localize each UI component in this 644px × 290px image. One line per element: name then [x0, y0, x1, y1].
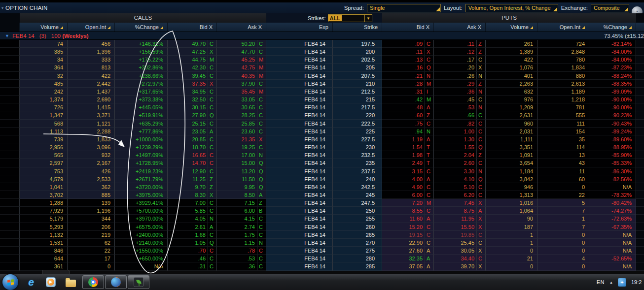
put-volume-cell[interactable]: 0 [486, 247, 537, 255]
put-bid-cell[interactable]: .60Z [382, 111, 434, 119]
option-row-255[interactable]: 5,179344+3970.00%4.05N4.15CFEB4 1425511.… [0, 215, 644, 223]
column-header-puts-bidx[interactable]: Bid X [382, 23, 434, 32]
call-bid-cell[interactable]: 30.15C [168, 103, 217, 111]
put-ask-cell[interactable]: 1.30C [434, 135, 486, 143]
call-open-interest-cell[interactable]: 1,121 [68, 120, 115, 128]
put-ask-cell[interactable]: 39.70X [434, 262, 486, 270]
column-header-calls-openint[interactable]: Open.Int [68, 23, 115, 32]
strike-cell[interactable]: 220 [333, 111, 382, 119]
call-bid-cell[interactable]: 9.70Z [168, 183, 217, 191]
column-header-calls-bidx[interactable]: Bid X [168, 23, 217, 32]
put-open-interest-cell[interactable]: 35 [537, 135, 589, 143]
put-open-interest-cell[interactable]: 781 [537, 103, 589, 111]
start-button[interactable] [2, 274, 18, 290]
expiration-cell[interactable]: FEB4 14 [266, 199, 333, 207]
call-open-interest-cell[interactable]: 22 [68, 247, 115, 255]
column-header-middle-strike[interactable]: Strike [333, 23, 382, 32]
put-ask-cell[interactable]: .26N [434, 72, 486, 80]
option-row-217.5[interactable]: 7261,415+445.05%30.15C30.65CFEB4 14217.5… [0, 103, 644, 111]
option-row-207.5[interactable]: 32422+238.66%39.45C40.35MFEB4 14207.5.21… [0, 72, 644, 80]
call-open-interest-cell[interactable]: 1,196 [68, 207, 115, 215]
expiration-cell[interactable]: FEB4 14 [266, 111, 333, 119]
layout-dropdown[interactable]: Volume, Open Interest, % Change [465, 4, 558, 12]
column-header-puts-change[interactable]: %Change [589, 23, 636, 32]
put-open-interest-cell[interactable]: 724 [537, 40, 589, 48]
call-ask-cell[interactable]: 47.70C [217, 48, 266, 56]
expiration-cell[interactable]: FEB4 14 [266, 64, 333, 71]
call-volume-cell[interactable]: 7,929 [20, 207, 68, 215]
put-bid-cell[interactable]: .48A [382, 103, 434, 111]
call-percent-change-cell[interactable]: +1000.00% [115, 135, 168, 143]
call-ask-cell[interactable]: 42.75M [217, 64, 266, 71]
call-ask-cell[interactable]: 8.50A [217, 191, 266, 199]
put-bid-cell[interactable]: .31I [382, 88, 434, 96]
put-volume-cell[interactable]: 21 [486, 255, 537, 262]
call-volume-cell[interactable]: 3,702 [20, 191, 68, 199]
put-bid-cell[interactable]: .13C [382, 56, 434, 64]
call-open-interest-cell[interactable]: 206 [68, 223, 115, 231]
call-volume-cell[interactable]: 4,579 [20, 175, 68, 183]
put-open-interest-cell[interactable]: 0 [537, 239, 589, 247]
put-bid-cell[interactable]: 37.05A [382, 262, 434, 270]
strike-cell[interactable]: 202.5 [333, 56, 382, 64]
call-percent-change-cell[interactable]: +146.31% [115, 40, 168, 48]
call-ask-cell[interactable]: .78C [217, 247, 266, 255]
option-row-247.5[interactable]: 1,288139+3929.41%7.00C7.15ZFEB4 14247.57… [0, 199, 644, 207]
put-bid-cell[interactable]: 1.19A [382, 135, 434, 143]
call-ask-cell[interactable]: 7.15Z [217, 199, 266, 207]
call-ask-cell[interactable]: .53C [217, 255, 266, 262]
option-row-285[interactable]: 3610N/A.31C.36CFEB4 1428537.05A39.70X00N… [0, 262, 644, 270]
call-ask-cell[interactable]: 17.00N [217, 151, 266, 159]
put-percent-change-cell[interactable]: -72.63% [589, 215, 636, 223]
expiration-cell[interactable]: FEB4 14 [266, 151, 333, 159]
put-bid-cell[interactable]: .28M [382, 80, 434, 88]
put-volume-cell[interactable]: 1 [486, 231, 537, 239]
put-volume-cell[interactable]: 2,031 [486, 128, 537, 135]
strike-cell[interactable]: 250 [333, 207, 382, 215]
strike-cell[interactable]: 255 [333, 215, 382, 223]
put-bid-cell[interactable]: 1.98T [382, 151, 434, 159]
call-percent-change-cell[interactable]: +3970.00% [115, 215, 168, 223]
put-volume-cell[interactable]: 90 [486, 215, 537, 223]
call-open-interest-cell[interactable]: 2,288 [68, 128, 115, 135]
call-volume-cell[interactable]: 242 [20, 88, 68, 96]
option-row-220[interactable]: 1,3473,371+519.91%27.90Q28.25CFEB4 14220… [0, 111, 644, 119]
put-volume-cell[interactable]: 1,389 [486, 48, 537, 56]
put-volume-cell[interactable]: 401 [486, 72, 537, 80]
put-volume-cell[interactable]: 1,076 [486, 64, 537, 71]
put-bid-cell[interactable]: 7.20M [382, 199, 434, 207]
put-percent-change-cell[interactable]: -90.00% [589, 103, 636, 111]
option-row-230[interactable]: 2,9563,096+1239.29%18.70C19.25CFEB4 1423… [0, 143, 644, 151]
call-volume-cell[interactable]: 1,132 [20, 231, 68, 239]
expiry-group-row[interactable]: ▼ FEB4 14 (3) 100 (Weeklys) 73.45% (±15.… [0, 32, 644, 40]
call-percent-change-cell[interactable]: +1550.00% [115, 247, 168, 255]
put-bid-cell[interactable]: .09C [382, 40, 434, 48]
call-open-interest-cell[interactable]: 426 [68, 167, 115, 175]
put-volume-cell[interactable]: 0 [486, 262, 537, 270]
exchange-dropdown[interactable]: Composite [591, 4, 629, 12]
call-bid-cell[interactable]: .70C [168, 247, 217, 255]
column-header-calls-volume[interactable]: Volume [20, 23, 68, 32]
call-bid-cell[interactable]: 25.15C [168, 120, 217, 128]
call-percent-change-cell[interactable]: +317.65% [115, 88, 168, 96]
call-open-interest-cell[interactable]: 2,690 [68, 96, 115, 103]
put-ask-cell[interactable]: .17C [434, 56, 486, 64]
put-open-interest-cell[interactable]: 111 [537, 120, 589, 128]
put-bid-cell[interactable]: 4.00A [382, 175, 434, 183]
put-percent-change-cell[interactable]: N/A [589, 247, 636, 255]
call-open-interest-cell[interactable]: 1,415 [68, 103, 115, 111]
call-volume-cell[interactable]: 1,374 [20, 96, 68, 103]
put-percent-change-cell[interactable]: N/A [589, 183, 636, 191]
put-open-interest-cell[interactable]: 2,613 [537, 80, 589, 88]
put-percent-change-cell[interactable]: -89.09% [589, 88, 636, 96]
put-volume-cell[interactable]: 1,184 [486, 167, 537, 175]
call-open-interest-cell[interactable]: 1,396 [68, 48, 115, 56]
call-ask-cell[interactable]: 30.65C [217, 103, 266, 111]
call-percent-change-cell[interactable]: +1728.95% [115, 159, 168, 167]
strike-cell[interactable]: 285 [333, 262, 382, 270]
option-row-222.5[interactable]: 5681,121+635.29%25.15C25.85CFEB4 14222.5… [0, 120, 644, 128]
put-ask-cell[interactable]: 19.85C [434, 231, 486, 239]
call-volume-cell[interactable]: 644 [20, 255, 68, 262]
option-row-245[interactable]: 3,702885+3975.00%8.30X8.50AFEB4 142456.0… [0, 191, 644, 199]
put-ask-cell[interactable]: .82C [434, 120, 486, 128]
